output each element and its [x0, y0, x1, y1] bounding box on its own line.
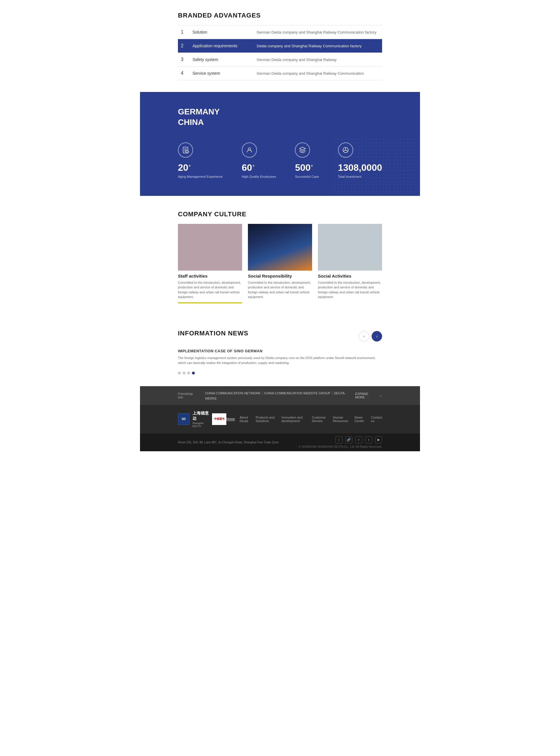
stat-item: 20+ Aging Management Experience: [178, 142, 222, 178]
news-item-desc: The foreign logistics management system …: [178, 355, 382, 366]
news-dot[interactable]: [183, 372, 185, 374]
news-dot[interactable]: [178, 372, 181, 374]
stat-label: Successful Case: [295, 175, 319, 178]
stat-number: 500+: [295, 162, 313, 173]
row-number: 1: [178, 25, 189, 39]
stat-item: 1308,0000 Total Investment: [338, 142, 382, 178]
stat-icon: [178, 142, 193, 158]
advantages-row[interactable]: 3 Safety system German Deida company and…: [178, 53, 382, 66]
news-dot[interactable]: [192, 372, 195, 374]
culture-card: Staff activities Committed to the introd…: [178, 224, 242, 306]
row-desc: Deida company and Shanghai Railway Commu…: [254, 39, 382, 53]
facebook-icon[interactable]: f: [355, 437, 362, 443]
culture-card-title: Social Activities: [318, 273, 382, 278]
culture-card-title: Social Responsibility: [248, 273, 312, 278]
row-desc: German Deida company and Shanghai Railwa…: [254, 53, 382, 66]
row-number: 2: [178, 39, 189, 53]
culture-card-title: Staff activities: [178, 273, 242, 278]
news-next-button[interactable]: ›: [372, 331, 382, 342]
news-item-title: IMPLEMENTATION CASE OF SINO GERMAN: [178, 349, 382, 353]
advantages-row[interactable]: 4 Service system German Deida company an…: [178, 66, 382, 80]
stat-number: 1308,0000: [338, 162, 382, 173]
advantages-row[interactable]: 2 Application requirements Deida company…: [178, 39, 382, 53]
twitter-icon[interactable]: t: [365, 437, 372, 443]
row-label: Solution: [189, 25, 254, 39]
footer-nav-link[interactable]: Innovation and development: [281, 416, 307, 423]
stat-label: Aging Management Experience: [178, 175, 222, 178]
row-number: 3: [178, 53, 189, 66]
row-label: Application requirements: [189, 39, 254, 53]
expand-more-button[interactable]: EXPAND MORE ⌄: [355, 392, 382, 399]
company-culture-section: COMPANY CULTURE Staff activities Committ…: [140, 196, 420, 318]
germany-china-section: GERMANY CHINA 20+ Aging Management Exper…: [140, 92, 420, 196]
culture-image: [318, 224, 382, 271]
news-header: INFORMATION NEWS ‹ ›: [178, 330, 382, 343]
logo-sd: SD: [178, 413, 189, 425]
logo-company-name-en: Shanghai DEUTA: [193, 422, 209, 428]
friendship-label: Friendship link:: [178, 392, 199, 399]
footer-nav: HomeAbout DeutaProducts and SolutionsInn…: [226, 416, 382, 423]
culture-card: Social Activities Committed to the intro…: [318, 224, 382, 306]
friendship-link-item[interactable]: CHINA COMMUNICATION NETWORK: [205, 391, 260, 395]
stat-icon: [295, 142, 310, 158]
stats-row: 20+ Aging Management Experience 60+ High…: [178, 142, 382, 178]
footer-nav-link[interactable]: Products and Solutions: [256, 416, 277, 423]
stat-icon: [338, 142, 353, 158]
culture-card-desc: Committed to the introduction, developme…: [318, 280, 382, 299]
culture-card-desc: Committed to the introduction, developme…: [248, 280, 312, 299]
branded-title: BRANDED ADVANTAGES: [178, 12, 382, 19]
row-label: Safety system: [189, 53, 254, 66]
culture-underline: [178, 303, 242, 303]
advantages-table: 1 Solution German Deida company and Shan…: [178, 25, 382, 80]
friendship-link-item[interactable]: CHINA COMMUNICATION WEBSITE GROUP: [264, 391, 331, 395]
youtube-icon[interactable]: ▶: [375, 437, 382, 443]
stat-icon: [242, 142, 257, 158]
stat-item: 500+ Successful Case: [295, 142, 319, 178]
svg-point-5: [248, 148, 251, 150]
footer-nav-link[interactable]: Contact us: [371, 416, 382, 423]
gc-title: GERMANY CHINA: [178, 106, 382, 128]
news-dot[interactable]: [187, 372, 190, 374]
branded-advantages-section: BRANDED ADVANTAGES 1 Solution German Dei…: [140, 0, 420, 92]
logo-crrc: 中国通号: [212, 413, 226, 425]
news-navigation: ‹ ›: [359, 331, 382, 342]
culture-image: [248, 224, 312, 271]
footer-nav-link[interactable]: Human Resources: [333, 416, 350, 423]
news-title: INFORMATION NEWS: [178, 330, 248, 337]
stat-item: 60+ High Quality Employees: [242, 142, 276, 178]
friendship-links: Friendship link: CHINA COMMUNICATION NET…: [178, 390, 355, 401]
row-desc: German Deida company and Shanghai Railwa…: [254, 66, 382, 80]
weibo-icon[interactable]: 🔗: [345, 437, 352, 443]
news-item: IMPLEMENTATION CASE OF SINO GERMAN The f…: [178, 349, 382, 366]
culture-title: COMPANY CULTURE: [178, 211, 382, 218]
footer-nav-link[interactable]: Home: [226, 417, 235, 421]
culture-image: [178, 224, 242, 271]
footer-social:  🔗 f t ▶: [335, 437, 382, 443]
culture-grid: Staff activities Committed to the introd…: [178, 224, 382, 306]
row-number: 4: [178, 66, 189, 80]
stat-label: High Quality Employees: [242, 175, 276, 178]
footer-nav-link[interactable]: Customer Service: [312, 416, 328, 423]
footer-bottom: Room 201, 503, 88, Lane 887, Ju Chongzhi…: [140, 433, 420, 451]
footer-nav-link[interactable]: News Center: [354, 416, 366, 423]
stat-label: Total Investment: [338, 175, 361, 178]
footer: SD 上海德意达 Shanghai DEUTA 中国通号 HomeAbout D…: [140, 405, 420, 433]
footer-logo: SD 上海德意达 Shanghai DEUTA 中国通号: [178, 411, 226, 428]
footer-address: Room 201, 503, 88, Lane 887, Ju Chongzhi…: [178, 441, 279, 444]
row-label: Service system: [189, 66, 254, 80]
logo-company-name-cn: 上海德意达: [193, 411, 209, 421]
friendship-bar: Friendship link: CHINA COMMUNICATION NET…: [140, 386, 420, 405]
svg-point-4: [186, 150, 189, 153]
footer-copyright: © SHANGHAI SHANGHAI DEUTA Co., Ltd. All …: [299, 445, 382, 448]
wechat-icon[interactable]: : [335, 437, 342, 443]
stat-number: 20+: [178, 162, 191, 173]
information-news-section: INFORMATION NEWS ‹ › IMPLEMENTATION CASE…: [140, 318, 420, 386]
culture-card-desc: Committed to the introduction, developme…: [178, 280, 242, 299]
advantages-row[interactable]: 1 Solution German Deida company and Shan…: [178, 25, 382, 39]
footer-nav-link[interactable]: About Deuta: [239, 416, 251, 423]
news-dots: [178, 372, 382, 374]
row-desc: German Deida company and Shanghai Railwa…: [254, 25, 382, 39]
stat-number: 60+: [242, 162, 255, 173]
news-prev-button[interactable]: ‹: [359, 331, 369, 342]
culture-card: Social Responsibility Committed to the i…: [248, 224, 312, 306]
